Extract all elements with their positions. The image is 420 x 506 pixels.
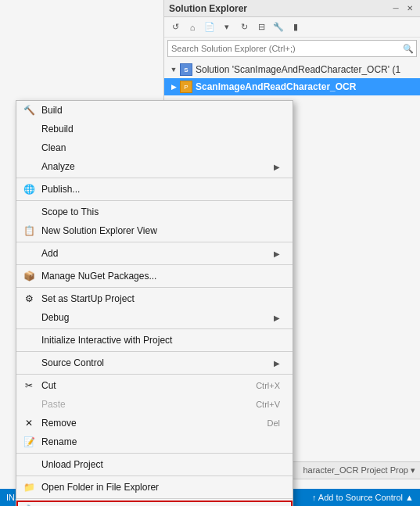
build-icon: 🔨 <box>21 102 37 118</box>
shortcut-remove: Del <box>267 418 280 428</box>
menu-item-cut[interactable]: ✂CutCtrl+X <box>16 376 293 395</box>
menu-separator <box>16 287 293 288</box>
tree-item-project[interactable]: ▶ P ScanImageAndReadCharacter_OCR <box>164 78 420 95</box>
menu-item-analyze[interactable]: Analyze▶ <box>16 157 293 176</box>
project-icon: P <box>180 81 192 93</box>
menu-label-analyze: Analyze <box>41 161 75 172</box>
menu-separator <box>16 351 293 352</box>
menu-label-manage_nuget: Manage NuGet Packages... <box>41 271 156 282</box>
se-search-input[interactable] <box>168 44 400 53</box>
se-filter-btn[interactable]: ▾ <box>219 20 235 35</box>
se-sync-btn[interactable]: ↺ <box>167 20 183 35</box>
menu-item-properties[interactable]: 🔧PropertiesAlt+Enter <box>16 501 293 506</box>
props-subtitle: haracter_OCR Project Prop ▾ <box>303 465 415 475</box>
menu-label-add: Add <box>41 248 58 259</box>
submenu-arrow-debug: ▶ <box>274 314 280 322</box>
menu-label-debug: Debug <box>41 312 69 323</box>
status-source-control[interactable]: ↑ Add to Source Control ▲ <box>312 493 414 502</box>
menu-separator <box>16 200 293 201</box>
properties-icon: 🔧 <box>23 502 38 506</box>
se-props-btn[interactable]: 🔧 <box>271 20 286 35</box>
menu-separator <box>16 374 293 375</box>
menu-item-manage_nuget[interactable]: 📦Manage NuGet Packages... <box>16 267 293 285</box>
se-search-box[interactable]: 🔍 <box>167 40 417 57</box>
folder-icon: 📁 <box>21 479 37 495</box>
rename-icon: 📝 <box>21 434 37 450</box>
menu-item-unload[interactable]: Unload Project <box>16 455 293 474</box>
menu-label-source_control: Source Control <box>41 357 104 368</box>
shortcut-paste: Ctrl+V <box>256 400 280 409</box>
solution-icon: S <box>180 63 192 76</box>
menu-label-publish: Publish... <box>41 184 80 195</box>
menu-separator <box>16 264 293 265</box>
se-toolbar: ↺ ⌂ 📄 ▾ ↻ ⊟ 🔧 ▮ <box>164 17 420 38</box>
menu-label-cut: Cut <box>41 380 56 391</box>
menu-item-rename[interactable]: 📝Rename <box>16 432 293 451</box>
menu-separator <box>16 242 293 242</box>
menu-label-unload: Unload Project <box>41 459 103 470</box>
menu-separator <box>16 178 293 178</box>
se-show-files-btn[interactable]: 📄 <box>202 20 217 35</box>
menu-item-set_startup[interactable]: ⚙Set as StartUp Project <box>16 289 293 308</box>
menu-label-remove: Remove <box>41 418 77 429</box>
solution-label: Solution 'ScanImageAndReadCharacter_OCR'… <box>196 64 400 75</box>
submenu-arrow-analyze: ▶ <box>274 163 280 171</box>
menu-label-build: Build <box>41 105 63 116</box>
search-icon: 🔍 <box>400 41 416 56</box>
menu-label-clean: Clean <box>41 142 66 153</box>
project-expand-icon: ▶ <box>169 82 178 92</box>
tree-item-solution[interactable]: ▼ S Solution 'ScanImageAndReadCharacter_… <box>164 61 420 78</box>
remove-icon: ✕ <box>21 415 37 431</box>
status-right: ↑ Add to Source Control ▲ <box>312 493 414 502</box>
menu-item-remove[interactable]: ✕RemoveDel <box>16 414 293 432</box>
submenu-arrow-add: ▶ <box>274 249 280 258</box>
menu-separator <box>16 498 293 499</box>
se-refresh-btn[interactable]: ↻ <box>236 20 252 35</box>
se-title-buttons: ─ ✕ <box>390 3 415 14</box>
menu-label-rebuild: Rebuild <box>41 124 74 135</box>
menu-item-debug[interactable]: Debug▶ <box>16 308 293 327</box>
globe-icon: 🌐 <box>21 181 37 197</box>
menu-label-set_startup: Set as StartUp Project <box>41 293 135 304</box>
menu-item-init_interactive[interactable]: Initialize Interactive with Project <box>16 331 293 350</box>
se-title: Solution Explorer <box>169 3 247 14</box>
context-menu: 🔨BuildRebuildCleanAnalyze▶🌐Publish...Sco… <box>16 100 293 506</box>
menu-label-open_folder: Open Folder in File Explorer <box>41 482 159 493</box>
menu-item-add[interactable]: Add▶ <box>16 244 293 263</box>
menu-separator <box>16 453 293 454</box>
menu-item-build[interactable]: 🔨Build <box>16 101 293 120</box>
pin-icon[interactable]: ─ <box>390 3 401 14</box>
se-title-bar: Solution Explorer ─ ✕ <box>164 0 420 17</box>
expand-icon: ▼ <box>169 65 178 74</box>
menu-item-source_control[interactable]: Source Control▶ <box>16 353 293 372</box>
shortcut-cut: Ctrl+X <box>256 381 280 390</box>
se-collapse-btn[interactable]: ⊟ <box>253 20 269 35</box>
se-icon: 📋 <box>21 223 37 239</box>
menu-label-scope: Scope to This <box>41 206 99 217</box>
menu-label-new_se_view: New Solution Explorer View <box>41 225 157 236</box>
menu-separator <box>16 328 293 329</box>
menu-label-init_interactive: Initialize Interactive with Project <box>41 335 172 346</box>
close-icon[interactable]: ✕ <box>404 3 415 14</box>
se-home-btn[interactable]: ⌂ <box>185 20 200 35</box>
menu-separator <box>16 475 293 476</box>
menu-item-new_se_view[interactable]: 📋New Solution Explorer View <box>16 221 293 240</box>
se-preview-btn[interactable]: ▮ <box>288 20 303 35</box>
menu-item-paste: PasteCtrl+V <box>16 395 293 414</box>
submenu-arrow-source_control: ▶ <box>274 359 280 368</box>
menu-item-publish[interactable]: 🌐Publish... <box>16 180 293 199</box>
menu-item-rebuild[interactable]: Rebuild <box>16 120 293 138</box>
menu-item-open_folder[interactable]: 📁Open Folder in File Explorer <box>16 478 293 497</box>
menu-item-scope[interactable]: Scope to This <box>16 203 293 221</box>
menu-item-clean[interactable]: Clean <box>16 138 293 157</box>
menu-label-paste: Paste <box>41 399 66 410</box>
nuget-icon: 📦 <box>21 268 37 284</box>
project-label: ScanImageAndReadCharacter_OCR <box>196 81 356 92</box>
startup-icon: ⚙ <box>21 291 37 307</box>
cut-icon: ✂ <box>21 378 37 393</box>
menu-label-rename: Rename <box>41 436 77 447</box>
